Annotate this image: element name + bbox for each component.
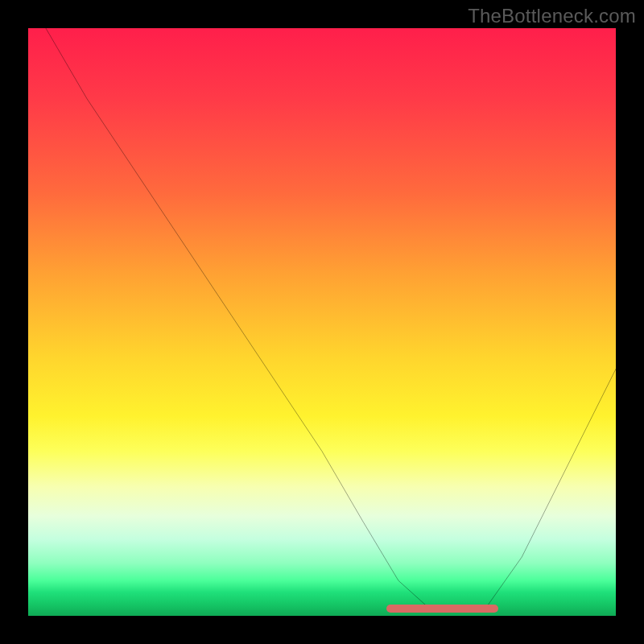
chart-root: TheBottleneck.com [0, 0, 644, 644]
bottleneck-curve [28, 28, 616, 616]
optimal-range-marker [386, 605, 498, 613]
watermark-text: TheBottleneck.com [468, 5, 636, 27]
plot-area [28, 28, 616, 616]
